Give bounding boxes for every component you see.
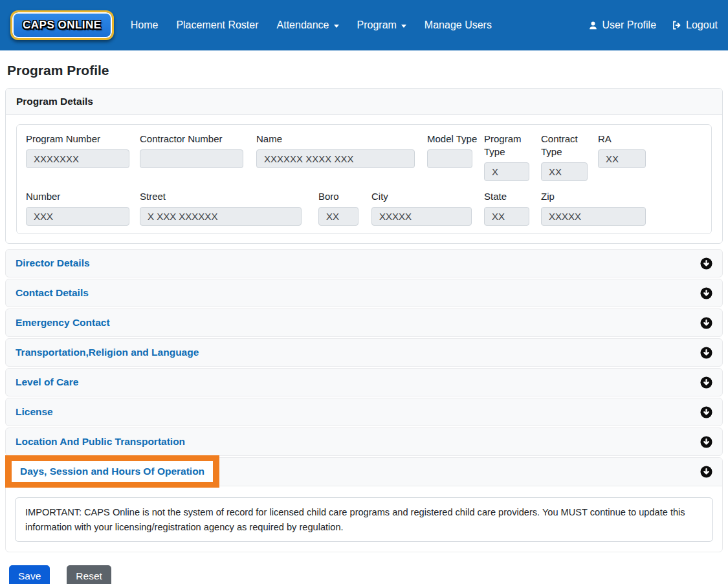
logout-icon <box>672 20 682 30</box>
nav-item-program[interactable]: Program <box>357 19 406 31</box>
number-input[interactable] <box>26 207 129 226</box>
important-notice: IMPORTANT: CAPS Online is not the system… <box>15 497 713 542</box>
program-details-header: Program Details <box>6 89 722 115</box>
save-button[interactable]: Save <box>9 565 50 584</box>
logo-text: CAPS ONLINE <box>23 19 102 31</box>
top-navbar: CAPS ONLINE Home Placement Roster Attend… <box>0 0 728 50</box>
days-session-hours-body: IMPORTANT: CAPS Online is not the system… <box>6 486 722 552</box>
section-contact-details[interactable]: Contact Details <box>5 279 723 307</box>
arrow-circle-down-icon <box>700 376 712 389</box>
state-input[interactable] <box>484 207 529 226</box>
form-actions: Save Reset <box>9 565 723 584</box>
street-input[interactable] <box>140 207 302 226</box>
program-number-input[interactable] <box>26 149 129 168</box>
highlight-annotation: Days, Session and Hours Of Operation <box>5 455 219 488</box>
field-ra: RA <box>598 133 646 168</box>
section-license[interactable]: License <box>5 398 723 426</box>
section-days-session-hours-card: Days, Session and Hours Of Operation Day… <box>5 457 723 552</box>
chevron-down-icon <box>334 25 339 28</box>
arrow-circle-down-icon <box>700 466 712 478</box>
contract-type-input[interactable] <box>541 162 588 181</box>
arrow-circle-down-icon <box>700 257 712 270</box>
field-program-type: Program Type <box>484 133 529 181</box>
nav-item-manage-users[interactable]: Manage Users <box>425 19 492 31</box>
arrow-circle-down-icon <box>700 436 712 448</box>
arrow-circle-down-icon <box>700 347 712 359</box>
reset-button[interactable]: Reset <box>67 565 111 584</box>
section-days-session-hours[interactable]: Days, Session and Hours Of Operation Day… <box>6 458 722 486</box>
nav-menu: Home Placement Roster Attendance Program… <box>131 19 492 31</box>
program-type-input[interactable] <box>484 162 529 181</box>
arrow-circle-down-icon <box>700 317 712 329</box>
arrow-circle-down-icon <box>700 287 712 299</box>
model-type-input[interactable] <box>427 149 472 168</box>
field-contract-type: Contract Type <box>541 133 588 181</box>
section-emergency-contact[interactable]: Emergency Contact <box>5 308 723 337</box>
program-details-card: Program Details Program Number Contracto… <box>5 88 723 244</box>
field-street: Street <box>140 190 302 226</box>
main-content: Program Profile Program Details Program … <box>0 63 728 584</box>
nav-item-home[interactable]: Home <box>131 19 159 31</box>
user-icon <box>588 21 598 30</box>
user-profile-link[interactable]: User Profile <box>588 19 656 31</box>
nav-item-attendance[interactable]: Attendance <box>277 19 339 31</box>
name-input[interactable] <box>256 149 415 168</box>
navbar-right: User Profile Logout <box>588 19 718 31</box>
field-model-type: Model Type <box>427 133 472 168</box>
ra-input[interactable] <box>598 149 646 168</box>
field-contractor-number: Contractor Number <box>140 133 243 168</box>
nav-item-placement-roster[interactable]: Placement Roster <box>176 19 258 31</box>
field-number: Number <box>26 190 129 226</box>
field-zip: Zip <box>541 190 646 226</box>
chevron-down-icon <box>401 25 406 28</box>
zip-input[interactable] <box>541 207 646 226</box>
city-input[interactable] <box>371 207 472 226</box>
arrow-circle-down-icon <box>700 406 712 418</box>
program-details-fieldset: Program Number Contractor Number Name Mo… <box>16 124 712 234</box>
section-transportation-religion-language[interactable]: Transportation,Religion and Language <box>5 338 723 367</box>
field-state: State <box>484 190 529 226</box>
program-details-body: Program Number Contractor Number Name Mo… <box>6 115 722 243</box>
profile-accordion: Director Details Contact Details Emergen… <box>5 249 723 552</box>
contractor-number-input[interactable] <box>140 149 243 168</box>
page-title: Program Profile <box>7 63 721 78</box>
section-location-public-transportation[interactable]: Location And Public Transportation <box>5 427 723 456</box>
field-boro: Boro <box>318 190 358 226</box>
boro-input[interactable] <box>318 207 358 226</box>
field-city: City <box>371 190 472 226</box>
section-director-details[interactable]: Director Details <box>5 249 723 277</box>
section-level-of-care[interactable]: Level of Care <box>5 368 723 396</box>
logout-link[interactable]: Logout <box>672 19 718 31</box>
fields-row-1: Program Number Contractor Number Name Mo… <box>26 133 702 181</box>
field-program-number: Program Number <box>26 133 129 168</box>
fields-row-2: Number Street Boro City <box>26 190 702 226</box>
highlighted-section-label: Days, Session and Hours Of Operation <box>12 461 213 482</box>
caps-online-logo[interactable]: CAPS ONLINE <box>10 10 114 40</box>
field-name: Name <box>256 133 415 168</box>
